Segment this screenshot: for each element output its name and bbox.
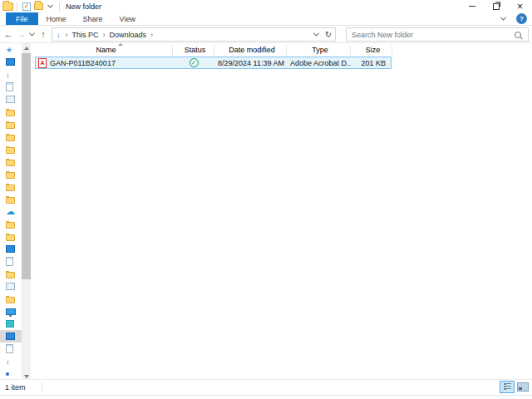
tab-share[interactable]: Share bbox=[75, 12, 111, 25]
sidebar-item-folder[interactable] bbox=[0, 118, 22, 131]
sidebar-item-folder[interactable] bbox=[0, 143, 22, 155]
sidebar-item-documents[interactable] bbox=[0, 342, 22, 355]
sidebar-item-folder[interactable] bbox=[0, 293, 22, 305]
scroll-up-icon bbox=[24, 47, 29, 50]
sidebar-item-folder[interactable] bbox=[0, 106, 22, 118]
breadcrumb-separator: › bbox=[101, 31, 107, 39]
sidebar-item-desktop[interactable] bbox=[0, 56, 22, 68]
sidebar-item-documents[interactable] bbox=[0, 81, 22, 93]
close-button[interactable]: × bbox=[508, 0, 532, 12]
folder-icon bbox=[6, 272, 15, 278]
minimize-icon bbox=[469, 6, 475, 7]
file-date-modified: 8/29/2024 11:39 AM bbox=[214, 59, 287, 67]
column-header-date-modified[interactable]: Date modified bbox=[214, 45, 287, 56]
breadcrumb-downloads[interactable]: Downloads bbox=[107, 31, 150, 39]
new-folder-icon bbox=[34, 2, 43, 10]
ribbon-tab-bar: File Home Share View ? bbox=[0, 12, 532, 26]
sidebar-tree bbox=[0, 43, 22, 381]
sidebar-item-folder[interactable] bbox=[0, 155, 22, 168]
breadcrumb-this-pc[interactable]: This PC bbox=[70, 31, 101, 39]
search-icon bbox=[515, 32, 521, 38]
sidebar-item-desktop[interactable] bbox=[0, 243, 22, 255]
maximize-button[interactable] bbox=[484, 0, 508, 12]
sidebar-item-downloads[interactable] bbox=[0, 355, 22, 367]
folder-icon bbox=[6, 135, 15, 141]
sidebar-item-downloads[interactable] bbox=[0, 68, 22, 81]
new-folder-button[interactable] bbox=[32, 1, 44, 12]
tab-file[interactable]: File bbox=[6, 12, 38, 25]
sidebar-scrollbar[interactable] bbox=[22, 43, 31, 381]
folder-icon bbox=[6, 172, 15, 179]
sidebar-item-folder[interactable] bbox=[0, 168, 22, 180]
properties-button[interactable] bbox=[21, 1, 32, 12]
sidebar-item-folder[interactable] bbox=[0, 193, 22, 205]
chevron-down-icon bbox=[313, 31, 318, 37]
synced-status-icon bbox=[190, 58, 199, 67]
column-label: Name bbox=[96, 46, 116, 54]
recent-locations-button[interactable] bbox=[27, 26, 37, 42]
details-view-button[interactable] bbox=[500, 381, 515, 393]
this-pc-icon bbox=[6, 308, 16, 315]
up-button[interactable]: ↑ bbox=[37, 26, 50, 42]
refresh-button[interactable]: ↻ bbox=[322, 30, 335, 39]
refresh-icon: ↻ bbox=[325, 30, 332, 39]
sidebar-item-network-dot[interactable] bbox=[0, 367, 22, 380]
help-button[interactable]: ? bbox=[516, 13, 527, 24]
network-dot-icon bbox=[6, 372, 9, 376]
sidebar-item-devices[interactable] bbox=[0, 318, 22, 330]
restore-icon bbox=[493, 3, 500, 10]
divider bbox=[59, 2, 60, 11]
sidebar-item-pictures[interactable] bbox=[0, 280, 22, 293]
divider bbox=[42, 382, 42, 392]
scroll-up-button[interactable] bbox=[22, 43, 31, 52]
column-header-size[interactable]: Size bbox=[351, 45, 392, 56]
minimize-button[interactable] bbox=[460, 0, 484, 12]
tab-view[interactable]: View bbox=[111, 12, 144, 25]
sidebar-item-folder[interactable] bbox=[0, 268, 22, 280]
address-dropdown-button[interactable] bbox=[310, 32, 322, 37]
forward-button[interactable]: → bbox=[15, 26, 28, 42]
expand-ribbon-button[interactable] bbox=[496, 12, 510, 25]
sidebar-item-this-pc[interactable] bbox=[0, 305, 22, 318]
pictures-icon bbox=[6, 96, 15, 103]
sort-ascending-icon bbox=[118, 43, 123, 46]
window-title: New folder bbox=[66, 2, 101, 11]
sidebar-item-folder[interactable] bbox=[0, 230, 22, 243]
chevron-down-icon bbox=[500, 15, 505, 21]
sidebar-item-desktop[interactable] bbox=[0, 330, 22, 342]
column-header-status[interactable]: Status bbox=[173, 45, 214, 56]
column-header-type[interactable]: Type bbox=[287, 45, 351, 56]
close-icon: × bbox=[517, 2, 523, 12]
window-folder-icon bbox=[2, 2, 13, 11]
sidebar-item-folder[interactable] bbox=[0, 131, 22, 143]
tab-home[interactable]: Home bbox=[38, 12, 75, 25]
desktop-icon bbox=[6, 58, 15, 66]
documents-icon bbox=[6, 344, 13, 353]
folder-icon bbox=[6, 110, 15, 116]
sidebar-item-folder[interactable] bbox=[0, 218, 22, 230]
sidebar-item-quick-access[interactable] bbox=[0, 43, 22, 56]
sidebar-item-documents[interactable] bbox=[0, 255, 22, 268]
folder-icon bbox=[6, 185, 15, 191]
pictures-icon bbox=[6, 283, 15, 290]
thumbnails-view-button[interactable] bbox=[515, 381, 530, 393]
file-name: GAN-P011B240017 bbox=[50, 59, 116, 67]
sidebar-item-pictures[interactable] bbox=[0, 93, 22, 106]
search-input[interactable] bbox=[347, 29, 515, 40]
search-box bbox=[346, 27, 529, 42]
thumbnails-view-icon bbox=[517, 382, 529, 392]
scroll-down-icon bbox=[24, 375, 29, 378]
scrollbar-thumb[interactable] bbox=[22, 53, 31, 279]
file-name-cell: GAN-P011B240017 bbox=[36, 58, 173, 68]
sidebar-item-folder[interactable] bbox=[0, 180, 22, 193]
sidebar-item-onedrive[interactable] bbox=[0, 205, 22, 218]
column-header-name[interactable]: Name bbox=[35, 45, 173, 56]
file-size: 201 KB bbox=[351, 59, 389, 67]
downloads-location-icon: ↓ bbox=[57, 31, 61, 39]
address-bar[interactable]: ↓ › This PC › Downloads › ↻ bbox=[52, 27, 336, 42]
file-row[interactable]: GAN-P011B240017 8/29/2024 11:39 AM Adobe… bbox=[35, 57, 392, 69]
chevron-down-icon bbox=[29, 30, 35, 36]
qat-customize-button[interactable] bbox=[44, 1, 56, 12]
desktop-icon bbox=[6, 245, 15, 253]
back-button[interactable]: ← bbox=[2, 26, 15, 42]
